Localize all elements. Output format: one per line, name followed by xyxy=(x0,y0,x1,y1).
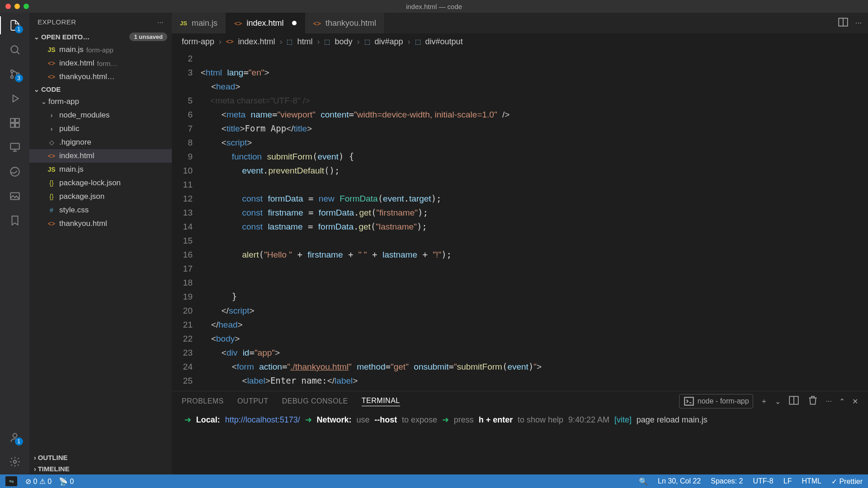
settings-icon[interactable] xyxy=(8,455,22,469)
panel-tab-problems[interactable]: PROBLEMS xyxy=(182,397,224,405)
file-row[interactable]: {}package.json xyxy=(29,190,172,203)
file-row[interactable]: #style.css xyxy=(29,203,172,217)
svg-point-11 xyxy=(13,433,17,437)
edge-icon[interactable] xyxy=(8,164,22,179)
svg-rect-6 xyxy=(10,123,14,127)
terminal-url[interactable]: http://localhost:5173/ xyxy=(225,415,300,424)
terminal-output[interactable]: ➜ Local: http://localhost:5173/ ➜ Networ… xyxy=(172,411,868,474)
maximize-panel-icon[interactable]: ⌃ xyxy=(839,397,845,406)
folder-row[interactable]: ⌄ form-app xyxy=(29,95,172,108)
eol-status[interactable]: LF xyxy=(783,477,792,486)
tab-thankyou-html[interactable]: <>thankyou.html xyxy=(305,13,385,33)
breadcrumb-item[interactable]: form-app xyxy=(182,37,214,47)
breadcrumb-item[interactable]: html xyxy=(297,37,312,47)
explorer-icon[interactable]: 1 xyxy=(8,18,22,33)
maximize-window-icon[interactable] xyxy=(24,4,29,9)
element-icon: ⬚ xyxy=(364,38,370,45)
timeline-header[interactable]: ›TIMELINE xyxy=(29,463,172,474)
open-editor-item[interactable]: JS main.js form-app xyxy=(29,43,172,56)
html-file-icon: <> xyxy=(226,38,233,45)
search-icon[interactable] xyxy=(8,42,22,57)
panel-tab-debug[interactable]: DEBUG CONSOLE xyxy=(282,397,348,405)
explorer-title: EXPLORER xyxy=(38,18,76,26)
file-tree: ⌄ form-app ›node_modules ›public ◇.hgign… xyxy=(29,95,172,230)
activity-bar: 1 3 1 xyxy=(0,13,29,474)
breadcrumb-item[interactable]: div#output xyxy=(425,37,463,47)
breadcrumb-item[interactable]: index.html xyxy=(238,37,275,47)
svg-rect-8 xyxy=(10,143,19,149)
remote-status-icon[interactable]: ⇋ xyxy=(5,476,17,486)
tab-label: main.js xyxy=(192,19,217,28)
svg-point-12 xyxy=(13,460,16,464)
image-icon[interactable] xyxy=(8,189,22,203)
tab-label: index.html xyxy=(246,19,283,28)
bookmark-icon[interactable] xyxy=(8,213,22,228)
language-status[interactable]: HTML xyxy=(802,477,821,486)
file-row[interactable]: <>thankyou.html xyxy=(29,217,172,230)
file-row[interactable]: {}package-lock.json xyxy=(29,176,172,190)
tab-index-html[interactable]: <>index.html xyxy=(226,13,305,33)
json-file-icon: {} xyxy=(47,179,57,187)
svg-point-1 xyxy=(10,70,13,72)
workspace-header[interactable]: ⌄ CODE xyxy=(29,84,172,95)
breadcrumb-item[interactable]: div#app xyxy=(375,37,403,47)
tab-main-js[interactable]: JSmain.js xyxy=(172,13,226,33)
prettier-status[interactable]: ✓ Prettier xyxy=(831,477,863,486)
code-editor[interactable]: <html lang="en"> <head> <meta charset="U… xyxy=(201,50,868,391)
breadcrumbs[interactable]: form-app› <>index.html› ⬚html› ⬚body› ⬚d… xyxy=(172,33,868,50)
folder-row[interactable]: ›public xyxy=(29,122,172,136)
zoom-icon[interactable]: 🔍 xyxy=(639,477,648,486)
indentation-status[interactable]: Spaces: 2 xyxy=(711,477,743,486)
open-editors-list: JS main.js form-app <> index.html form… … xyxy=(29,43,172,84)
close-panel-icon[interactable]: ✕ xyxy=(852,397,858,406)
scm-badge: 3 xyxy=(15,74,23,82)
modified-dot-icon xyxy=(292,21,297,25)
panel-tab-terminal[interactable]: TERMINAL xyxy=(362,397,400,406)
line-gutter: 235678910111213141516171819202122232425 xyxy=(172,50,201,391)
remote-icon[interactable] xyxy=(8,140,22,155)
breadcrumb-item[interactable]: body xyxy=(335,37,352,47)
file-row[interactable]: JSmain.js xyxy=(29,163,172,176)
split-terminal-icon[interactable] xyxy=(788,394,800,408)
file-name: index.html xyxy=(59,59,94,68)
terminal-text: page reload main.js xyxy=(637,415,708,424)
chevron-down-icon: ⌄ xyxy=(34,33,39,41)
js-file-icon: JS xyxy=(180,20,187,27)
cursor-position[interactable]: Ln 30, Col 22 xyxy=(658,477,701,486)
panel-more-icon[interactable]: ··· xyxy=(826,397,832,405)
terminal-dropdown-icon[interactable]: ⌄ xyxy=(775,397,781,406)
open-editor-item[interactable]: <> thankyou.html… xyxy=(29,70,172,84)
close-window-icon[interactable] xyxy=(5,4,11,9)
svg-rect-7 xyxy=(15,123,19,127)
file-row[interactable]: ◇.hgignore xyxy=(29,136,172,149)
split-editor-icon[interactable] xyxy=(837,16,849,30)
run-debug-icon[interactable] xyxy=(8,91,22,106)
file-name: main.js xyxy=(59,165,84,174)
new-terminal-icon[interactable]: ＋ xyxy=(760,397,768,406)
hgignore-icon: ◇ xyxy=(47,139,57,146)
unsaved-badge: 1 unsaved xyxy=(129,33,167,41)
open-editors-header[interactable]: ⌄ OPEN EDITO… 1 unsaved xyxy=(29,31,172,43)
editor-more-icon[interactable]: ··· xyxy=(855,19,862,28)
ports-status[interactable]: 📡 0 xyxy=(59,477,74,486)
file-row[interactable]: <>index.html xyxy=(29,149,172,163)
kill-terminal-icon[interactable] xyxy=(807,394,819,408)
html-file-icon: <> xyxy=(47,73,57,80)
outline-header[interactable]: ›OUTLINE xyxy=(29,452,172,463)
encoding-status[interactable]: UTF-8 xyxy=(753,477,773,486)
open-editor-item[interactable]: <> index.html form… xyxy=(29,56,172,70)
outline-title: OUTLINE xyxy=(38,454,68,461)
sidebar: EXPLORER ··· ⌄ OPEN EDITO… 1 unsaved JS … xyxy=(29,13,172,474)
explorer-more-icon[interactable]: ··· xyxy=(157,18,164,26)
extensions-icon[interactable] xyxy=(8,116,22,130)
scm-icon[interactable]: 3 xyxy=(8,67,22,81)
file-name: .hgignore xyxy=(59,138,91,147)
accounts-icon[interactable]: 1 xyxy=(8,430,22,445)
minimize-window-icon[interactable] xyxy=(14,4,20,9)
panel-tab-output[interactable]: OUTPUT xyxy=(237,397,269,405)
css-file-icon: # xyxy=(47,206,57,214)
errors-status[interactable]: ⊘ 0 ⚠ 0 xyxy=(25,477,52,486)
editor-tabs: JSmain.js <>index.html <>thankyou.html ·… xyxy=(172,13,868,33)
terminal-launch-icon[interactable]: node - form-app xyxy=(679,394,753,408)
folder-row[interactable]: ›node_modules xyxy=(29,108,172,122)
